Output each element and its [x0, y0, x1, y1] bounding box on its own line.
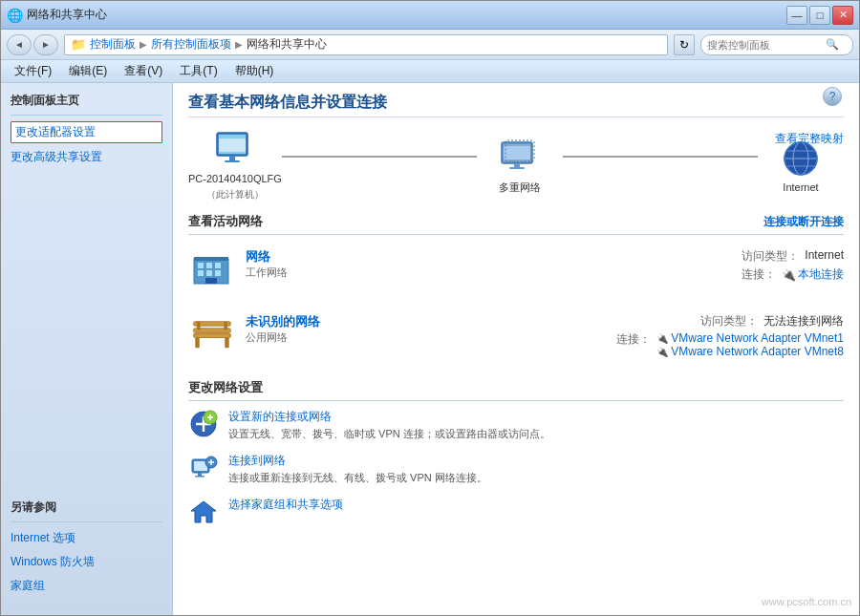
nav-buttons: ◄ ►	[7, 34, 58, 55]
network-1-access-value: Internet	[805, 248, 844, 265]
computer-icon	[212, 131, 258, 169]
svg-rect-25	[194, 257, 228, 261]
network-2-conn-label: 连接：	[616, 331, 651, 358]
window-icon: 🌐	[7, 8, 23, 23]
sidebar-title: 控制面板主页	[11, 93, 162, 109]
breadcrumb: 📁 控制面板 ▶ 所有控制面板项 ▶ 网络和共享中心	[64, 34, 668, 55]
window: 🌐 网络和共享中心 — □ ✕ ◄ ► 📁 控制面板 ▶ 所有控制面板项 ▶ 网…	[0, 0, 860, 616]
network-2-details: 访问类型： 无法连接到网络 连接： 🔌VMware Network Adapte…	[545, 313, 844, 360]
main-area: 控制面板主页 更改适配器设置 更改高级共享设置 另请参阅 Internet 选项…	[1, 83, 859, 615]
svg-rect-29	[225, 338, 228, 349]
menu-tools[interactable]: 工具(T)	[172, 61, 225, 81]
computer-sublabel: （此计算机）	[206, 188, 264, 202]
svg-rect-3	[225, 160, 240, 162]
setting-content-2: 连接到网络 连接或重新连接到无线、有线、拨号或 VPN 网络连接。	[228, 453, 844, 485]
search-input[interactable]	[707, 39, 822, 51]
svg-rect-18	[198, 263, 204, 268]
page-title: 查看基本网络信息并设置连接	[188, 93, 844, 117]
breadcrumb-home[interactable]: 控制面板	[90, 36, 136, 53]
setting-item-3: 选择家庭组和共享选项	[188, 497, 844, 527]
vmware-link-2[interactable]: 🔌VMware Network Adapter VMnet8	[656, 345, 844, 358]
svg-rect-28	[195, 338, 199, 349]
change-settings-title: 更改网络设置	[188, 379, 263, 396]
sidebar-link-advanced[interactable]: 更改高级共享设置	[11, 147, 162, 167]
sidebar-link-adapter[interactable]: 更改适配器设置	[11, 121, 162, 143]
setting-icon-3	[188, 497, 219, 527]
setting-content-3: 选择家庭组和共享选项	[228, 497, 844, 513]
menu-view[interactable]: 查看(V)	[117, 61, 170, 81]
svg-rect-2	[229, 156, 235, 160]
svg-rect-23	[215, 270, 221, 276]
network-1-conn-row: 连接： 🔌本地连接	[545, 266, 844, 283]
network-1-details: 访问类型： Internet 连接： 🔌本地连接	[545, 248, 844, 285]
menubar: 文件(F) 编辑(E) 查看(V) 工具(T) 帮助(H)	[1, 60, 859, 83]
see-full-map-link[interactable]: 查看完整映射	[775, 131, 844, 147]
svg-rect-8	[514, 163, 520, 167]
back-button[interactable]: ◄	[7, 34, 32, 55]
network-1-conn-value[interactable]: 🔌本地连接	[782, 266, 844, 283]
refresh-button[interactable]: ↻	[674, 34, 695, 55]
menu-file[interactable]: 文件(F)	[7, 61, 59, 81]
breadcrumb-all-items[interactable]: 所有控制面板项	[151, 36, 231, 53]
sidebar-link-homegroup[interactable]: 家庭组	[11, 576, 162, 596]
internet-label: Internet	[783, 181, 818, 193]
content-area: ? 查看基本网络信息并设置连接 查看完整映射	[173, 83, 859, 615]
setting-item-2: 连接到网络 连接或重新连接到无线、有线、拨号或 VPN 网络连接。	[188, 453, 844, 485]
setting-item-1: 设置新的连接或网络 设置无线、宽带、拨号、临时或 VPN 连接；或设置路由器或访…	[188, 409, 844, 441]
menu-edit[interactable]: 编辑(E)	[61, 61, 115, 81]
setting-desc-2: 连接或重新连接到无线、有线、拨号或 VPN 网络连接。	[228, 471, 844, 485]
close-button[interactable]: ✕	[832, 6, 853, 25]
search-bar: 🔍	[700, 34, 853, 55]
addressbar: ◄ ► 📁 控制面板 ▶ 所有控制面板项 ▶ 网络和共享中心 ↻ 🔍	[1, 30, 859, 60]
svg-rect-22	[206, 270, 212, 276]
plug-icon-1: 🔌	[782, 268, 796, 282]
net-line-1	[282, 156, 477, 158]
help-icon[interactable]: ?	[823, 87, 842, 106]
network-1-info: 网络 工作网络	[246, 248, 545, 280]
setting-title-1[interactable]: 设置新的连接或网络	[228, 409, 844, 425]
sidebar: 控制面板主页 更改适配器设置 更改高级共享设置 另请参阅 Internet 选项…	[1, 83, 173, 615]
svg-rect-9	[509, 167, 525, 169]
net-line-2	[563, 156, 758, 158]
maximize-button[interactable]: □	[809, 6, 830, 25]
titlebar-title: 网络和共享中心	[27, 7, 107, 23]
forward-button[interactable]: ►	[33, 34, 58, 55]
setting-desc-1: 设置无线、宽带、拨号、临时或 VPN 连接；或设置路由器或访问点。	[228, 427, 844, 441]
also-see-title: 另请参阅	[11, 499, 162, 516]
sidebar-link-ie[interactable]: Internet 选项	[11, 528, 162, 548]
vmware-links: 🔌VMware Network Adapter VMnet1 🔌VMware N…	[656, 331, 844, 358]
sidebar-link-firewall[interactable]: Windows 防火墙	[11, 552, 162, 572]
network-2-access-row: 访问类型： 无法连接到网络	[545, 313, 844, 329]
minimize-button[interactable]: —	[786, 6, 807, 25]
network-1-name[interactable]: 网络	[246, 248, 545, 266]
svg-rect-32	[224, 322, 227, 330]
setting-title-2[interactable]: 连接到网络	[228, 453, 844, 469]
setting-icon-1	[188, 409, 219, 439]
setting-content-1: 设置新的连接或网络 设置无线、宽带、拨号、临时或 VPN 连接；或设置路由器或访…	[228, 409, 844, 441]
sidebar-main-section: 控制面板主页 更改适配器设置 更改高级共享设置	[1, 93, 172, 177]
connect-disconnect-link[interactable]: 连接或断开连接	[763, 214, 844, 230]
computer-svg	[213, 131, 257, 169]
active-networks-header: 查看活动网络 连接或断开连接	[188, 213, 844, 235]
svg-rect-19	[206, 263, 212, 268]
multi-network-label: 多重网络	[499, 181, 541, 195]
svg-rect-41	[198, 473, 202, 476]
svg-rect-31	[197, 322, 201, 330]
svg-rect-4	[219, 138, 246, 152]
network-2-access-value: 无法连接到网络	[763, 313, 844, 329]
menu-help[interactable]: 帮助(H)	[227, 61, 282, 81]
svg-rect-7	[504, 146, 530, 159]
connect-network-icon	[189, 454, 218, 482]
watermark-line1: www.pcsoft.com.cn	[762, 596, 851, 607]
change-settings-header: 更改网络设置	[188, 379, 844, 401]
net-item-multi: 多重网络	[477, 138, 563, 195]
titlebar-left: 🌐 网络和共享中心	[7, 7, 107, 23]
setting-title-3[interactable]: 选择家庭组和共享选项	[228, 497, 844, 513]
vmware-link-1[interactable]: 🔌VMware Network Adapter VMnet1	[656, 331, 844, 345]
breadcrumb-current: 网络和共享中心	[247, 36, 327, 53]
net-item-computer: PC-20140410QLFG （此计算机）	[188, 131, 282, 202]
network-2-info: 未识别的网络 公用网络	[246, 313, 545, 345]
network-2-name[interactable]: 未识别的网络	[246, 313, 545, 330]
network-1-type: 工作网络	[246, 266, 545, 280]
sidebar-also-see: 另请参阅 Internet 选项 Windows 防火墙 家庭组	[1, 499, 172, 605]
